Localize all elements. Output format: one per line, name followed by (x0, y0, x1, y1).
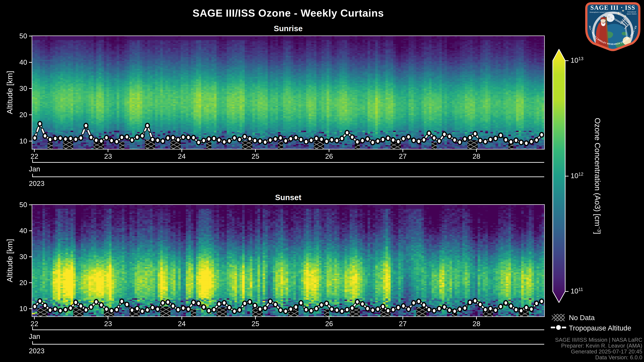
x-tick-label: 28 (472, 320, 480, 328)
x-tick (182, 149, 182, 152)
x-tick-label: 25 (252, 153, 260, 160)
year-line-tick (32, 341, 33, 344)
colorbar-axis-label: Ozone Concentration (Ao3) [cm−3] (593, 59, 602, 293)
x-tick (255, 317, 256, 320)
y-tick (29, 114, 32, 115)
x-tick (34, 149, 35, 152)
x-tick (108, 149, 108, 152)
y-tick (29, 282, 32, 283)
x-tick-label: 23 (104, 153, 112, 160)
x-tick-label: 26 (325, 320, 333, 328)
x-tick (402, 317, 403, 320)
x-tick-label: 26 (325, 153, 333, 160)
x-tick-label: 24 (178, 153, 186, 160)
y-tick (29, 62, 32, 63)
x-tick (402, 149, 403, 152)
month-line (32, 162, 544, 163)
x-tick-label: 27 (399, 320, 407, 328)
y-tick (29, 88, 32, 89)
footer-generated: Generated 2025-07-17 20:45 (492, 349, 642, 355)
colorbar-label-sup: −3 (596, 226, 602, 232)
month-line (32, 330, 544, 330)
axes-layer: 222324252627281020304050Jan2023Altitude … (0, 0, 644, 362)
y-tick (29, 308, 32, 309)
footer: SAGE III/ISS Mission | NASA LaRC Prepare… (492, 337, 642, 360)
year-line (32, 176, 544, 177)
y-tick (29, 36, 32, 36)
x-tick (182, 317, 182, 320)
month-line-tick (32, 159, 33, 162)
legend-tropopause-label: Tropopause Altitude (569, 324, 631, 332)
x-tick (34, 317, 35, 320)
footer-preparer: Preparer: Kevin R. Leavor (AMA) (492, 343, 642, 349)
month-line-tick (32, 327, 33, 330)
x-tick (476, 317, 477, 320)
colorbar-label-close: ] (593, 232, 602, 234)
sage-iss-logo: SAGE III · ISS Stratospheric Aerosol and… (583, 1, 643, 52)
y-tick-label: 50 (0, 201, 27, 209)
footer-data-version: Data Version: 6.0.0 (492, 355, 642, 360)
year-label: 2023 (29, 180, 44, 187)
x-tick-label: 22 (30, 153, 38, 160)
month-label: Jan (29, 333, 40, 340)
y-tick (29, 256, 32, 257)
month-label: Jan (29, 165, 40, 173)
y-tick (29, 204, 32, 205)
altitude-axis-label: Altitude [km] (5, 42, 14, 143)
colorbar-tick-label: 1013 (570, 56, 584, 64)
year-line-tick (32, 174, 33, 176)
colorbar-tick-label: 1011 (570, 287, 583, 295)
tropopause-line-icon (551, 323, 566, 332)
x-tick-label: 23 (104, 320, 112, 328)
legend-no-data-label: No Data (569, 314, 595, 322)
logo-subtitle-right-2: Space Station (626, 13, 636, 15)
y-tick-label: 50 (0, 32, 27, 40)
x-tick (255, 149, 256, 152)
logo-title: SAGE III · ISS (590, 4, 635, 11)
colorbar-tick-label: 1012 (570, 172, 584, 180)
x-tick (329, 317, 330, 320)
x-tick (476, 149, 477, 152)
y-tick (29, 141, 32, 141)
legend: No Data Tropopause Altitude (552, 313, 642, 333)
altitude-axis-label: Altitude [km] (5, 210, 14, 311)
x-tick-label: 27 (399, 153, 407, 160)
x-tick-label: 22 (30, 320, 38, 328)
y-tick (29, 230, 32, 231)
colorbar-gradient (553, 49, 565, 303)
logo-subtitle-left: Stratospheric Aerosol and Gas Experiment… (590, 11, 621, 13)
colorbar-label-text: Ozone Concentration (Ao3) [cm (593, 118, 602, 226)
x-tick-label: 28 (472, 153, 480, 160)
x-tick-label: 25 (252, 320, 260, 328)
x-tick (329, 149, 330, 152)
year-line (32, 344, 544, 345)
no-data-hatch-icon (552, 313, 565, 322)
figure: SAGE III/ISS Ozone - Weekly Curtains Sun… (0, 0, 644, 362)
x-tick (108, 317, 108, 320)
logo-subtitle-right-1: International (627, 11, 636, 13)
footer-mission: SAGE III/ISS Mission | NASA LaRC (492, 337, 642, 343)
x-tick-label: 24 (178, 320, 186, 328)
year-label: 2023 (29, 347, 44, 355)
colorbar (550, 47, 570, 305)
